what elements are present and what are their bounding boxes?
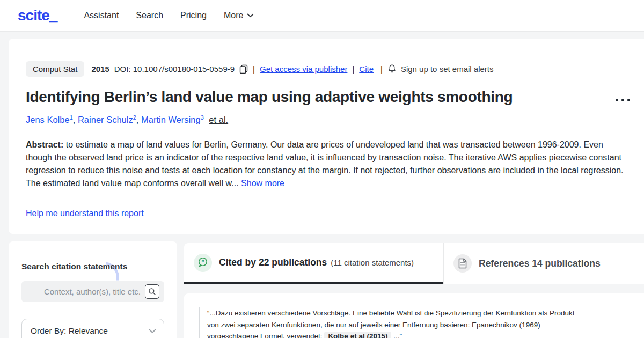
email-alerts-signup[interactable]: Sign up to set email alerts: [387, 64, 494, 74]
meta-separator: |: [380, 64, 383, 74]
publications-tabs: ” Cited by 22 publications (11 citation …: [184, 243, 644, 284]
epanechnikov-citation-link[interactable]: Epanechnikov (1969): [472, 321, 540, 329]
author-list: Jens Kolbe1, Rainer Schulz2, Martin Wers…: [26, 114, 631, 125]
more-options-icon[interactable]: [613, 97, 632, 104]
nav-item-assistant[interactable]: Assistant: [84, 11, 119, 20]
bell-icon: [387, 64, 397, 74]
search-icon: [148, 288, 156, 296]
citation-statements-count: (11 citation statements): [331, 258, 414, 267]
cite-link[interactable]: Cite: [359, 64, 374, 74]
order-by-select[interactable]: Order By: Relevance: [21, 319, 164, 338]
tab-references[interactable]: References 14 publications: [444, 243, 644, 284]
meta-separator: |: [253, 64, 255, 74]
copy-doi-icon[interactable]: [239, 64, 248, 74]
citation-statement-card: “...Dazu existieren verschiedene Vorschl…: [184, 293, 644, 338]
nav-item-more[interactable]: More: [224, 11, 254, 20]
citation-quote-icon: ”: [194, 254, 212, 272]
document-icon: [453, 254, 472, 273]
abstract-text: Abstract: to estimate a map of land valu…: [26, 138, 628, 190]
references-label: References 14 publications: [479, 258, 601, 269]
doi-text: DOI: 10.1007/s00180-015-0559-9: [114, 64, 235, 74]
page-title: Identifying Berlin’s land value map usin…: [26, 89, 631, 106]
author-separator: ,: [136, 115, 139, 124]
citation-search-heading: Search citation statements: [21, 262, 127, 271]
citation-search-panel: Search citation statements Order By: Rel…: [9, 241, 177, 338]
search-button[interactable]: [145, 284, 159, 299]
author-separator: ,: [73, 115, 76, 124]
nav-item-pricing[interactable]: Pricing: [180, 11, 207, 20]
scite-report-page: scite_ Assistant Search Pricing More Com…: [0, 0, 644, 338]
citation-search-box: [21, 281, 164, 302]
citation-search-input[interactable]: [21, 281, 164, 302]
chevron-down-icon: [247, 13, 254, 18]
publication-year: 2015: [91, 64, 109, 74]
citation-statement-quote: “...Dazu existieren verschiedene Vorschl…: [199, 307, 578, 338]
tab-cited-by[interactable]: ” Cited by 22 publications (11 citation …: [184, 243, 443, 284]
et-al-link[interactable]: et al.: [209, 115, 228, 124]
journal-badge[interactable]: Comput Stat: [26, 61, 84, 77]
email-alerts-label: Sign up to set email alerts: [401, 64, 494, 74]
meta-separator: |: [352, 64, 354, 74]
chevron-down-icon: [149, 329, 156, 334]
abstract-label: Abstract:: [26, 140, 63, 149]
show-more-link[interactable]: Show more: [241, 179, 284, 188]
help-understand-report-link[interactable]: Help me understand this report: [26, 209, 144, 218]
top-navigation: scite_ Assistant Search Pricing More: [0, 0, 644, 32]
nav-item-search[interactable]: Search: [136, 11, 163, 20]
author-link[interactable]: Rainer Schulz2: [78, 115, 136, 124]
paper-meta-row: Comput Stat 2015 DOI: 10.1007/s00180-015…: [26, 61, 631, 77]
nav-menu: Assistant Search Pricing More: [84, 11, 254, 20]
kolbe-reference-chip[interactable]: Kolbe et al (2015): [324, 332, 391, 338]
scite-logo[interactable]: scite_: [18, 7, 57, 24]
get-access-link[interactable]: Get access via publisher: [260, 64, 347, 74]
paper-report-card: Comput Stat 2015 DOI: 10.1007/s00180-015…: [9, 39, 644, 234]
author-link[interactable]: Jens Kolbe1: [26, 115, 73, 124]
author-link[interactable]: Martin Wersing3: [141, 115, 204, 124]
cited-by-label: Cited by 22 publications: [219, 257, 327, 268]
order-by-value: Order By: Relevance: [31, 326, 108, 336]
svg-text:”: ”: [201, 259, 204, 265]
